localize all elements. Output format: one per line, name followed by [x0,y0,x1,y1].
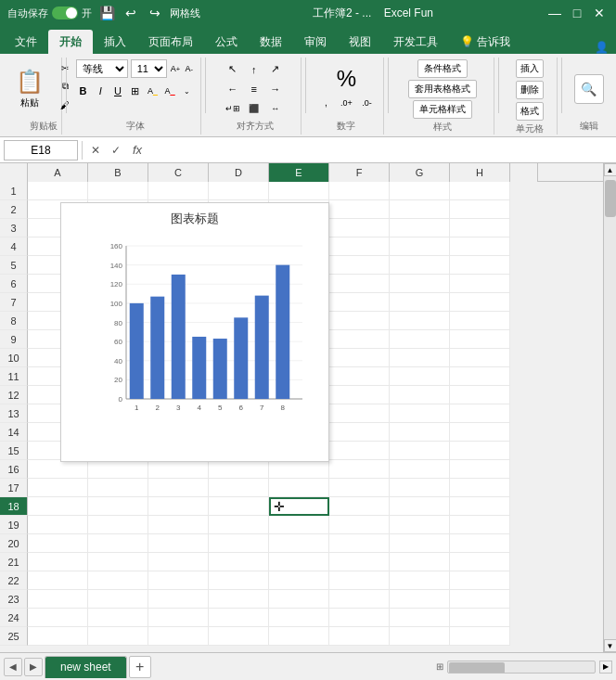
col-header-a[interactable]: A [28,163,88,182]
grid-cell[interactable] [390,404,450,423]
grid-cell[interactable] [28,553,88,571]
grid-cell[interactable] [390,534,450,553]
grid-cell[interactable] [329,627,390,646]
wrap-text-btn[interactable]: ↵⊞ [224,99,242,118]
grid-cell[interactable] [390,330,450,349]
grid-cell[interactable] [329,200,390,219]
grid-cells[interactable]: ✛图表标题02040608010012014016012345678 [28,182,603,646]
grid-cell[interactable] [450,479,510,497]
grid-cell[interactable] [88,571,148,590]
col-header-f[interactable]: F [329,163,390,182]
font-name-select[interactable]: 等线 [76,59,128,78]
grid-cell[interactable] [390,571,450,590]
conditional-format-btn[interactable]: 条件格式 [417,59,468,78]
row-header-8[interactable]: 8 [0,312,28,330]
grid-cell[interactable] [390,386,450,404]
grid-cell[interactable] [390,479,450,497]
row-header-10[interactable]: 10 [0,349,28,367]
tab-insert[interactable]: 插入 [93,30,137,54]
grid-cell[interactable] [209,571,269,590]
row-header-4[interactable]: 4 [0,237,28,256]
font-size-select[interactable]: 11 [131,59,167,78]
grid-cell[interactable] [269,516,329,534]
cell-style-btn[interactable]: 单元格样式 [413,100,472,119]
increase-font-btn[interactable]: A+ [170,59,181,78]
grid-cell[interactable] [28,627,88,646]
grid-cell[interactable] [28,497,88,516]
border-btn[interactable]: ⊞ [128,82,143,100]
col-header-d[interactable]: D [209,163,269,182]
grid-cell[interactable] [329,609,390,627]
grid-cell[interactable] [269,182,329,200]
grid-cell[interactable] [209,182,269,200]
grid-cell[interactable] [390,460,450,479]
grid-cell[interactable] [148,182,209,200]
minimize-btn[interactable]: — [545,4,564,22]
row-header-3[interactable]: 3 [0,219,28,237]
cell-reference-input[interactable] [4,140,78,160]
format-btn[interactable]: 格式 [516,102,544,121]
grid-cell[interactable] [28,609,88,627]
grid-cell[interactable] [450,182,510,200]
row-header-23[interactable]: 23 [0,590,28,609]
grid-cell[interactable] [209,553,269,571]
scroll-down-btn[interactable]: ▼ [604,639,617,652]
grid-cell[interactable] [148,460,209,479]
grid-cell[interactable] [390,367,450,386]
tab-developer[interactable]: 开发工具 [382,30,449,54]
sheet-tab-new[interactable]: new sheet [45,656,127,678]
grid-cell[interactable] [88,516,148,534]
row-header-13[interactable]: 13 [0,404,28,423]
grid-cell[interactable] [209,534,269,553]
grid-cell[interactable] [390,516,450,534]
grid-cell[interactable] [329,571,390,590]
grid-cell[interactable] [88,182,148,200]
grid-cell[interactable] [148,590,209,609]
grid-cell[interactable] [209,516,269,534]
scroll-thumb[interactable] [605,180,616,217]
grid-cell[interactable] [329,404,390,423]
align-top-right-btn[interactable]: ↗ [266,60,285,79]
grid-cell[interactable] [450,553,510,571]
grid-cell[interactable] [329,479,390,497]
fill-color-btn[interactable]: A_ [146,82,160,100]
grid-cell[interactable] [390,182,450,200]
grid-cell[interactable] [269,553,329,571]
account-icon[interactable]: 👤 [595,41,612,54]
indent-btn[interactable]: ↔ [266,99,285,118]
undo-btn[interactable]: ↩ [122,4,140,22]
grid-cell[interactable] [88,627,148,646]
table-format-btn[interactable]: 套用表格格式 [408,80,477,98]
grid-cell[interactable] [450,590,510,609]
formula-cancel-btn[interactable]: ✕ [86,141,105,160]
merge-btn[interactable]: ⬛ [245,99,263,118]
vertical-scrollbar[interactable]: ▲ ▼ [603,163,616,652]
grid-cell[interactable] [209,590,269,609]
grid-cell[interactable] [209,497,269,516]
grid-cell[interactable] [450,516,510,534]
grid-cell[interactable] [450,609,510,627]
grid-cell[interactable] [450,312,510,330]
grid-cell[interactable] [390,442,450,460]
grid-cell[interactable] [329,534,390,553]
row-header-24[interactable]: 24 [0,609,28,627]
grid-cell[interactable] [269,571,329,590]
grid-cell[interactable] [450,256,510,275]
row-header-12[interactable]: 12 [0,386,28,404]
grid-cell[interactable] [329,349,390,367]
grid-cell[interactable] [329,553,390,571]
grid-cell[interactable] [28,460,88,479]
row-header-21[interactable]: 21 [0,553,28,571]
autosave-switch[interactable] [52,6,78,19]
close-btn[interactable]: ✕ [590,4,609,22]
col-header-b[interactable]: B [88,163,148,182]
grid-cell[interactable] [390,423,450,442]
delete-btn[interactable]: 删除 [516,81,544,99]
grid-cell[interactable] [329,367,390,386]
add-sheet-button[interactable]: + [129,656,151,678]
chart-container[interactable]: 图表标题02040608010012014016012345678 [60,202,329,462]
col-header-h[interactable]: H [450,163,510,182]
grid-cell[interactable] [148,479,209,497]
grid-cell[interactable] [148,609,209,627]
grid-cell[interactable] [88,479,148,497]
